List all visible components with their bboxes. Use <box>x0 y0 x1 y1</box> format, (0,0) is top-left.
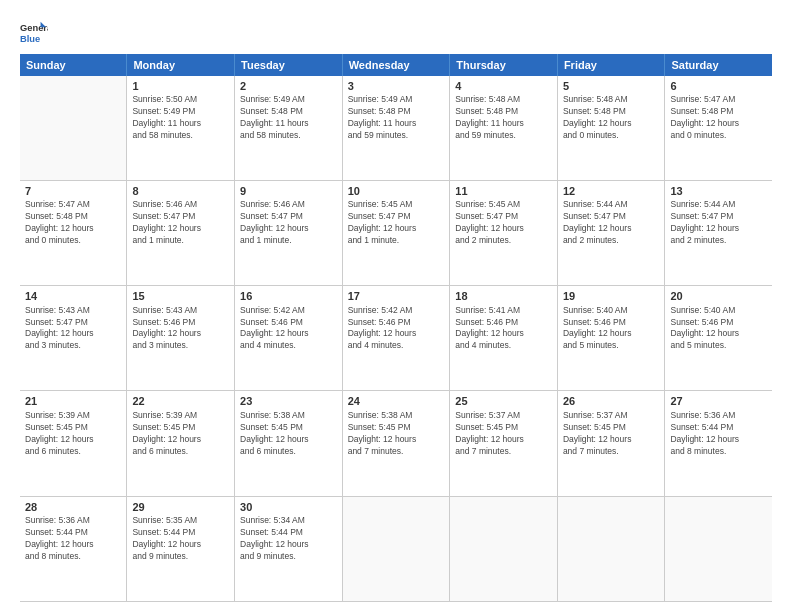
day-info-line: Daylight: 12 hours <box>240 328 337 340</box>
day-info-line: Sunrise: 5:43 AM <box>132 305 229 317</box>
day-info-line: and 58 minutes. <box>240 130 337 142</box>
day-info-line: and 4 minutes. <box>348 340 445 352</box>
day-info-line: Sunset: 5:45 PM <box>25 422 121 434</box>
weekday-wednesday: Wednesday <box>342 54 450 76</box>
day-info-line: Daylight: 12 hours <box>670 328 767 340</box>
day-info-line: and 59 minutes. <box>348 130 445 142</box>
day-info-line: and 2 minutes. <box>563 235 660 247</box>
day-24: 24Sunrise: 5:38 AMSunset: 5:45 PMDayligh… <box>342 391 450 496</box>
svg-text:Blue: Blue <box>20 34 40 44</box>
day-info-line: Daylight: 12 hours <box>240 434 337 446</box>
day-info-line: Daylight: 11 hours <box>455 118 552 130</box>
day-info-line: and 6 minutes. <box>132 446 229 458</box>
day-3: 3Sunrise: 5:49 AMSunset: 5:48 PMDaylight… <box>342 76 450 180</box>
week-row-5: 28Sunrise: 5:36 AMSunset: 5:44 PMDayligh… <box>20 496 772 601</box>
day-14: 14Sunrise: 5:43 AMSunset: 5:47 PMDayligh… <box>20 286 127 391</box>
day-7: 7Sunrise: 5:47 AMSunset: 5:48 PMDaylight… <box>20 180 127 285</box>
day-number-26: 26 <box>563 394 660 409</box>
day-info-line: and 2 minutes. <box>455 235 552 247</box>
day-25: 25Sunrise: 5:37 AMSunset: 5:45 PMDayligh… <box>450 391 558 496</box>
day-20: 20Sunrise: 5:40 AMSunset: 5:46 PMDayligh… <box>665 286 772 391</box>
day-23: 23Sunrise: 5:38 AMSunset: 5:45 PMDayligh… <box>235 391 343 496</box>
day-info-line: Daylight: 12 hours <box>455 223 552 235</box>
day-empty <box>20 76 127 180</box>
day-info-line: Sunrise: 5:48 AM <box>455 94 552 106</box>
day-number-5: 5 <box>563 79 660 94</box>
day-17: 17Sunrise: 5:42 AMSunset: 5:46 PMDayligh… <box>342 286 450 391</box>
day-info-line: and 2 minutes. <box>670 235 767 247</box>
day-number-14: 14 <box>25 289 121 304</box>
day-info-line: Sunset: 5:48 PM <box>25 211 121 223</box>
day-number-8: 8 <box>132 184 229 199</box>
day-number-4: 4 <box>455 79 552 94</box>
logo: General Blue <box>20 18 52 46</box>
day-info-line: Daylight: 12 hours <box>455 328 552 340</box>
day-info-line: Sunrise: 5:39 AM <box>132 410 229 422</box>
day-info-line: Sunset: 5:45 PM <box>455 422 552 434</box>
day-info-line: Sunset: 5:47 PM <box>563 211 660 223</box>
day-info-line: Daylight: 12 hours <box>670 118 767 130</box>
day-info-line: Daylight: 12 hours <box>455 434 552 446</box>
day-info-line: Sunset: 5:44 PM <box>670 422 767 434</box>
day-28: 28Sunrise: 5:36 AMSunset: 5:44 PMDayligh… <box>20 496 127 601</box>
day-info-line: Daylight: 12 hours <box>563 328 660 340</box>
day-info-line: Sunrise: 5:38 AM <box>240 410 337 422</box>
day-info-line: and 6 minutes. <box>240 446 337 458</box>
day-18: 18Sunrise: 5:41 AMSunset: 5:46 PMDayligh… <box>450 286 558 391</box>
day-empty <box>557 496 665 601</box>
day-info-line: and 7 minutes. <box>455 446 552 458</box>
day-info-line: Daylight: 12 hours <box>25 434 121 446</box>
week-row-1: 1Sunrise: 5:50 AMSunset: 5:49 PMDaylight… <box>20 76 772 180</box>
day-empty <box>450 496 558 601</box>
day-info-line: Sunset: 5:46 PM <box>670 317 767 329</box>
day-info-line: Sunrise: 5:49 AM <box>348 94 445 106</box>
day-number-28: 28 <box>25 500 121 515</box>
day-number-30: 30 <box>240 500 337 515</box>
day-info-line: Sunrise: 5:42 AM <box>240 305 337 317</box>
day-info-line: Sunrise: 5:41 AM <box>455 305 552 317</box>
day-info-line: Sunrise: 5:45 AM <box>455 199 552 211</box>
day-info-line: Sunrise: 5:35 AM <box>132 515 229 527</box>
day-number-12: 12 <box>563 184 660 199</box>
day-info-line: Sunset: 5:45 PM <box>563 422 660 434</box>
day-number-3: 3 <box>348 79 445 94</box>
day-number-15: 15 <box>132 289 229 304</box>
day-info-line: Daylight: 12 hours <box>25 328 121 340</box>
day-info-line: Sunset: 5:47 PM <box>348 211 445 223</box>
day-info-line: and 4 minutes. <box>455 340 552 352</box>
day-info-line: Sunrise: 5:46 AM <box>132 199 229 211</box>
day-info-line: Daylight: 12 hours <box>240 539 337 551</box>
day-info-line: Daylight: 12 hours <box>670 434 767 446</box>
day-22: 22Sunrise: 5:39 AMSunset: 5:45 PMDayligh… <box>127 391 235 496</box>
day-info-line: and 0 minutes. <box>25 235 121 247</box>
day-number-2: 2 <box>240 79 337 94</box>
logo-icon: General Blue <box>20 18 48 46</box>
day-27: 27Sunrise: 5:36 AMSunset: 5:44 PMDayligh… <box>665 391 772 496</box>
day-info-line: Daylight: 12 hours <box>563 223 660 235</box>
day-info-line: Sunset: 5:48 PM <box>455 106 552 118</box>
day-info-line: and 3 minutes. <box>132 340 229 352</box>
day-info-line: Daylight: 12 hours <box>132 434 229 446</box>
day-info-line: Daylight: 12 hours <box>670 223 767 235</box>
day-19: 19Sunrise: 5:40 AMSunset: 5:46 PMDayligh… <box>557 286 665 391</box>
day-info-line: Sunrise: 5:45 AM <box>348 199 445 211</box>
day-info-line: and 4 minutes. <box>240 340 337 352</box>
day-info-line: Sunset: 5:46 PM <box>455 317 552 329</box>
day-info-line: Sunrise: 5:44 AM <box>670 199 767 211</box>
day-info-line: Sunset: 5:48 PM <box>670 106 767 118</box>
day-info-line: Sunset: 5:45 PM <box>348 422 445 434</box>
day-info-line: Daylight: 12 hours <box>348 223 445 235</box>
day-info-line: Sunrise: 5:50 AM <box>132 94 229 106</box>
day-2: 2Sunrise: 5:49 AMSunset: 5:48 PMDaylight… <box>235 76 343 180</box>
day-info-line: Daylight: 12 hours <box>132 328 229 340</box>
day-info-line: Daylight: 12 hours <box>348 328 445 340</box>
day-info-line: Daylight: 11 hours <box>132 118 229 130</box>
day-info-line: and 0 minutes. <box>563 130 660 142</box>
day-info-line: Sunrise: 5:40 AM <box>563 305 660 317</box>
day-5: 5Sunrise: 5:48 AMSunset: 5:48 PMDaylight… <box>557 76 665 180</box>
day-info-line: and 58 minutes. <box>132 130 229 142</box>
weekday-monday: Monday <box>127 54 235 76</box>
day-info-line: Sunrise: 5:38 AM <box>348 410 445 422</box>
day-number-29: 29 <box>132 500 229 515</box>
day-info-line: Daylight: 11 hours <box>348 118 445 130</box>
